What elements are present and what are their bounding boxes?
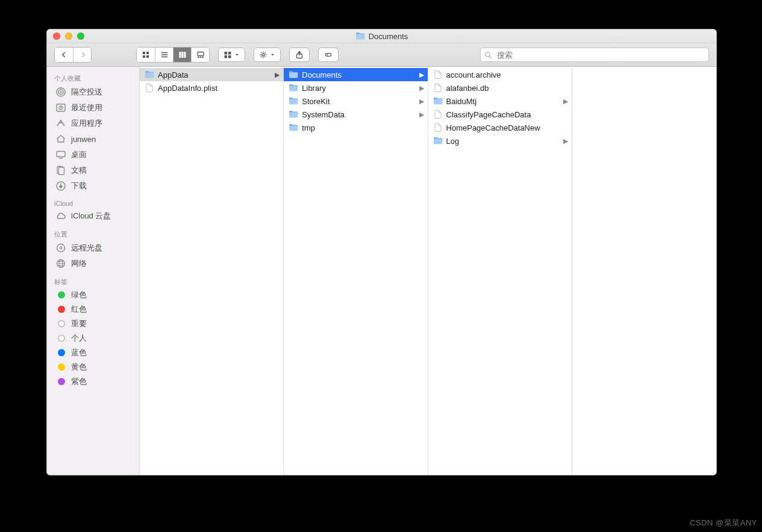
sidebar-item[interactable]: 下载 [47,178,139,194]
sidebar-item[interactable]: 最近使用 [47,100,139,116]
file-icon [433,70,443,79]
chevron-down-icon [270,51,275,59]
toolbar [47,43,716,67]
sidebar-item-label: junwen [71,135,96,144]
sidebar-item[interactable]: 隔空投送 [47,84,139,100]
search-input[interactable] [496,50,705,60]
folder-row[interactable]: StoreKit▶ [284,94,427,108]
sidebar-tag-label: 绿色 [71,289,87,300]
doc-icon [55,165,66,176]
file-icon [433,123,443,132]
item-label: account.archive [446,70,561,79]
file-row[interactable]: account.archive [428,68,572,81]
titlebar: Documents [47,29,716,43]
sidebar-section-title: 个人收藏 [47,72,139,84]
sidebar-item-label: 应用程序 [71,118,102,129]
view-icon-button[interactable] [137,48,155,62]
chevron-left-icon [60,51,68,59]
view-gallery-button[interactable] [191,48,209,62]
tags-button[interactable] [318,48,339,62]
sidebar: 个人收藏隔空投送最近使用应用程序junwen桌面文稿下载iCloudiCloud… [47,67,140,475]
sidebar-item[interactable]: iCloud 云盘 [47,208,139,224]
share-icon [295,51,304,59]
item-label: AppData [158,70,272,79]
sidebar-tag[interactable]: 蓝色 [47,345,139,360]
sidebar-tag[interactable]: 黄色 [47,360,139,374]
forward-button[interactable] [73,48,91,62]
columns-icon [178,51,187,59]
sidebar-tag[interactable]: 红色 [47,302,139,317]
share-button[interactable] [289,48,310,62]
search-field[interactable] [480,48,709,62]
download-icon [55,181,66,191]
folder-row[interactable]: tmp [284,121,427,134]
folder-icon [355,31,365,41]
tag-color-icon [58,363,65,371]
sidebar-tag[interactable]: 重要 [47,317,139,331]
item-label: tmp [302,123,416,132]
sidebar-item[interactable]: 远程光盘 [47,240,139,256]
cloud-icon [55,211,66,221]
folder-row[interactable]: BaiduMtj▶ [428,94,572,108]
sidebar-item[interactable]: 网络 [47,256,139,271]
sidebar-item[interactable]: 桌面 [47,147,139,162]
group-button[interactable] [218,48,245,62]
back-button[interactable] [55,48,73,62]
tag-color-icon [58,320,65,327]
apps-icon [55,118,66,129]
item-label: HomePageCacheDataNew [446,123,561,132]
tag-color-icon [58,306,65,313]
globe-icon [55,258,66,269]
item-label: StoreKit [302,97,416,106]
file-row[interactable]: ClassifyPageCacheData [428,108,572,121]
item-label: ClassifyPageCacheData [446,110,561,119]
file-row[interactable]: HomePageCacheDataNew [428,121,572,134]
zoom-button[interactable] [77,32,84,40]
folder-row[interactable]: AppData▶ [140,68,283,81]
chevron-right-icon: ▶ [419,97,424,105]
disc-icon [55,243,66,253]
file-row[interactable]: AppDataInfo.plist [140,81,283,94]
folder-icon [289,83,298,93]
nav-buttons [54,47,92,63]
folder-row[interactable]: Library▶ [284,81,427,94]
sidebar-tag[interactable]: 个人 [47,331,139,345]
view-column-button[interactable] [173,48,191,62]
column-browser: AppData▶AppDataInfo.plistDocuments▶Libra… [140,67,716,475]
sidebar-item-label: 远程光盘 [71,243,102,253]
close-button[interactable] [53,32,60,40]
folder-row[interactable]: SystemData▶ [284,108,427,121]
sidebar-tag[interactable]: 紫色 [47,374,139,389]
sidebar-item[interactable]: 文稿 [47,162,139,178]
column: AppData▶AppDataInfo.plist [140,67,284,475]
folder-icon [289,110,298,119]
tag-color-icon [58,349,65,356]
sidebar-item-label: 文稿 [71,165,87,176]
folder-icon [145,70,154,79]
item-label: AppDataInfo.plist [158,84,272,93]
window-title: Documents [47,31,716,41]
view-list-button[interactable] [155,48,173,62]
sidebar-tag-label: 重要 [71,318,87,329]
sidebar-tag-label: 蓝色 [71,347,87,358]
sidebar-tag-label: 个人 [71,333,87,344]
sidebar-item-label: iCloud 云盘 [71,211,111,221]
sidebar-item[interactable]: junwen [47,131,139,147]
tag-icon [324,51,333,59]
file-row[interactable]: alafanbei.db [428,81,572,94]
sidebar-item-label: 桌面 [71,149,87,160]
sidebar-item-label: 下载 [71,181,87,191]
minimize-button[interactable] [65,32,72,40]
folder-row[interactable]: Documents▶ [284,68,427,81]
folder-row[interactable]: Log▶ [428,134,572,147]
sidebar-item-label: 最近使用 [71,102,102,113]
item-label: SystemData [302,110,416,119]
sidebar-tag[interactable]: 绿色 [47,288,139,302]
chevron-down-icon [234,51,240,59]
action-button[interactable] [254,48,281,62]
sidebar-item[interactable]: 应用程序 [47,116,139,131]
file-icon [433,83,443,93]
sidebar-tag-label: 红色 [71,304,87,315]
airdrop-icon [55,87,66,97]
file-icon [145,83,154,93]
